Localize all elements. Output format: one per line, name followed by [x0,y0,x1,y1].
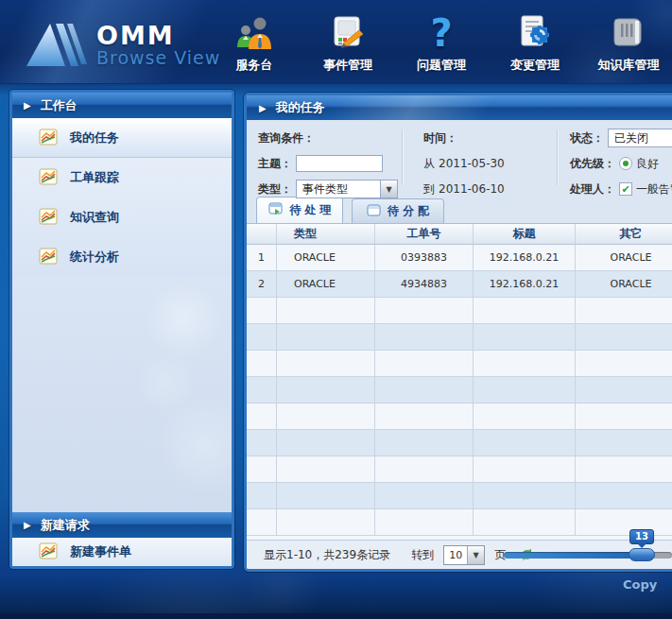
chart-icon [39,542,58,562]
table-row-empty [247,324,672,351]
priority-radio[interactable] [619,157,632,170]
nav-item-service-desk[interactable]: 服务台 [214,13,295,74]
order-no-cell: 4934883 [375,271,474,297]
sidebar-section-title: 工作台 [41,97,78,114]
tab-label: 待处理 [290,202,336,218]
to-date-value: 2011-06-10 [439,182,505,196]
tab-pending[interactable]: 待处理 [256,197,343,223]
chart-icon [39,168,58,188]
page-slider-track[interactable]: 13 [504,552,672,559]
page-slider-handle[interactable] [629,548,655,561]
table-row-empty [247,404,672,430]
divider [402,129,404,185]
nav-label: 事件管理 [323,57,372,74]
other-cell: ORACLE [576,271,672,297]
arrow-right-icon: ▶ [24,520,31,530]
nav-label: 问题管理 [417,57,466,74]
sidebar-section-new-request-header[interactable]: ▶ 新建请求 [12,512,232,538]
tab-bar: 待处理 待分配 [247,195,672,223]
title-cell: 192.168.0.21 [474,245,576,270]
pagination-bar: 显示1-10，共239条记录 转到 10 ▼ 页 13 [247,540,672,569]
status-select[interactable]: 已关闭 [608,129,672,147]
sidebar-workbench-items: 我的任务 工单跟踪 [12,118,232,277]
goto-label: 转到 [411,547,434,563]
app-logo: OMM Browse View [25,19,220,72]
sidebar-item-statistics[interactable]: 统计分析 [12,237,232,277]
handler-label: 处理人： [570,181,615,198]
column-header-other[interactable]: 其它 [576,224,672,244]
chart-icon [39,129,58,148]
table-row[interactable]: 2 ORACLE 4934883 192.168.0.21 ORACLE [247,271,672,298]
chevron-down-icon: ▼ [467,546,484,564]
window-arrow-icon [268,202,284,218]
sidebar-section-title: 新建请求 [41,517,90,534]
handler-checkbox[interactable]: ✔ [619,182,632,196]
sidebar-item-order-tracking[interactable]: 工单跟踪 [12,158,232,198]
record-summary: 显示1-10，共239条记录 [264,547,390,563]
nav-item-event-management[interactable]: 事件管理 [307,13,388,74]
column-header-order-no[interactable]: 工单号 [375,224,474,244]
nav-label: 服务台 [236,57,273,74]
app-window: OMM Browse View 服务台 [0,0,672,619]
main-panel: ▶ 我的任务 查询条件： 主题： 类型： 事件类型 ▼ [244,93,672,572]
slider-tooltip: 13 [629,529,654,544]
from-date-value: 2011-05-30 [439,157,505,170]
change-document-gear-icon [515,13,555,53]
main-panel-title: 我的任务 [276,99,325,116]
table-header-row: 类型 工单号 标题 其它 [247,224,672,245]
type-cell: ORACLE [277,271,375,297]
other-cell: ORACLE [576,245,672,270]
tab-label: 待分配 [388,203,433,219]
chevron-down-icon[interactable]: ▼ [380,181,397,198]
sidebar-item-label: 工单跟踪 [70,169,119,186]
table-row-empty [247,456,672,483]
query-conditions-label: 查询条件： [258,130,315,146]
chart-icon [39,208,58,228]
type-select[interactable]: 事件类型 ▼ [296,180,398,198]
priority-label: 优先级： [570,156,615,172]
column-header-title[interactable]: 标题 [474,224,576,244]
arrow-right-icon: ▶ [259,103,267,113]
sidebar-item-label: 知识查询 [70,209,119,226]
row-number-cell: 2 [247,271,277,297]
tab-to-assign[interactable]: 待分配 [352,198,444,223]
row-number-header [247,224,277,244]
type-cell: ORACLE [277,245,375,270]
check-icon: ✔ [621,184,629,195]
type-select-value: 事件类型 [297,181,380,198]
sidebar: ▶ 工作台 我的任务 [9,90,234,569]
sidebar-section-workbench-header[interactable]: ▶ 工作台 [12,93,232,118]
table-row-empty [247,430,672,456]
subject-input[interactable] [296,155,383,172]
logo-title: OMM [96,24,220,48]
table-row[interactable]: 1 ORACLE 0393883 192.168.0.21 ORACLE [247,245,672,271]
status-label: 状态： [570,130,604,146]
table-row-empty [247,377,672,404]
nav-item-knowledge-base[interactable]: 知识库管理 [588,13,669,74]
event-document-icon [328,13,368,53]
nav-label: 知识库管理 [598,57,660,74]
sidebar-item-knowledge-query[interactable]: 知识查询 [12,198,232,237]
nav-item-change-management[interactable]: 变更管理 [494,13,576,74]
sidebar-item-my-tasks[interactable]: 我的任务 [12,118,232,158]
chart-icon [39,248,58,267]
top-navbar: OMM Browse View 服务台 [0,0,672,84]
sidebar-item-label: 新建事件单 [70,543,131,560]
table-row-empty [247,351,672,377]
sidebar-item-new-event-ticket[interactable]: 新建事件单 [12,538,232,566]
main-menu: 服务台 事件管理 ? [214,13,669,74]
subject-label: 主题： [258,156,292,172]
column-header-type[interactable]: 类型 [277,224,375,244]
divider [557,129,559,185]
type-label: 类型： [258,181,292,198]
priority-value: 良好 [636,156,659,172]
window-icon [367,204,381,219]
question-mark-icon: ? [430,13,452,53]
radio-dot-icon [623,161,629,166]
logo-triangle-icon [25,19,87,72]
row-number-cell: 1 [247,245,277,270]
page-select[interactable]: 10 ▼ [443,545,485,565]
sidebar-item-label: 统计分析 [70,249,119,266]
nav-item-problem-management[interactable]: ? 问题管理 [401,13,482,74]
title-cell: 192.168.0.21 [474,271,576,297]
